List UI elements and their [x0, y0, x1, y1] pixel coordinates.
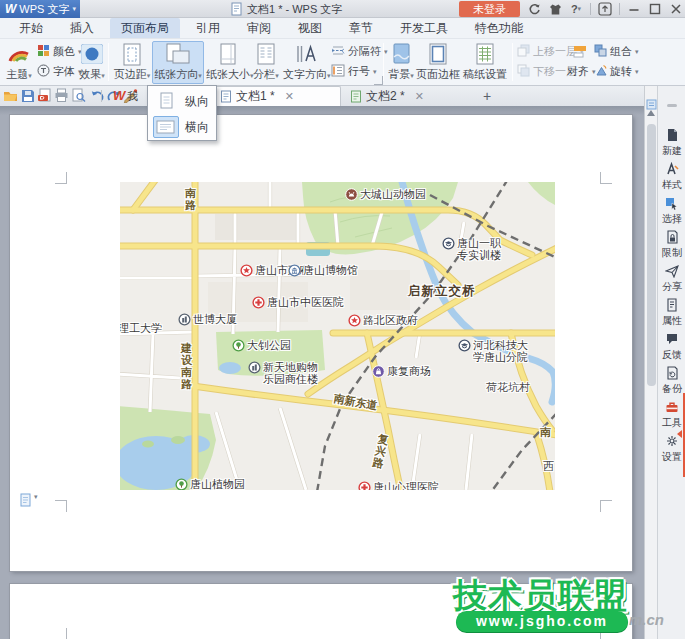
sidebar-item-select[interactable]: 选择	[658, 196, 685, 226]
paper-orientation-button[interactable]: 纸张方向▾	[152, 41, 204, 84]
doc-tab-1[interactable]: 文档1 * ✕	[213, 86, 341, 106]
manuscript-grid-button[interactable]: 稿纸设置	[462, 41, 508, 84]
tab-references[interactable]: 引用	[185, 18, 231, 38]
export-pdf-icon[interactable]	[37, 88, 53, 104]
map-label: 唐山市中医医院	[252, 296, 344, 309]
tab-home[interactable]: 开始	[8, 18, 54, 38]
page-border-icon	[416, 42, 460, 66]
titlebar: W WPS 文字 ▾ 文档1 * - WPS 文字 未登录 ?▾	[0, 0, 685, 18]
page-setup-dialog-launcher[interactable]	[374, 76, 383, 85]
margins-button[interactable]: 页边距▾	[112, 41, 152, 84]
text-direction-button[interactable]: 文字方向▾	[283, 41, 329, 84]
page-settings-floater[interactable]: ▾	[20, 493, 38, 507]
tab-insert[interactable]: 插入	[59, 18, 105, 38]
map-label: 复兴路	[371, 432, 391, 470]
task-pane-expand-arrow[interactable]	[677, 430, 682, 438]
paper-size-button[interactable]: 纸张大小▾	[206, 41, 250, 84]
save-icon[interactable]	[20, 88, 36, 104]
send-backward-button[interactable]: 下移一层▾	[517, 62, 567, 81]
map-label: 路北区政府	[348, 314, 418, 327]
close-tab-icon[interactable]: ✕	[285, 90, 294, 103]
star-map-marker-icon	[240, 264, 253, 277]
breaks-button[interactable]: 分隔符▾	[331, 42, 383, 61]
paper-orientation-menu: 纵向 横向	[147, 85, 217, 141]
sidebar-handle[interactable]	[667, 104, 677, 107]
window-title: 文档1 * - WPS 文字	[230, 0, 342, 18]
help-icon[interactable]: ?▾	[569, 2, 583, 16]
sidebar-item-feedback[interactable]: 反馈	[658, 332, 685, 362]
school-map-marker-icon	[442, 237, 455, 250]
tab-section[interactable]: 章节	[338, 18, 384, 38]
map-label: 理工大学	[120, 322, 162, 334]
doc-tab-2[interactable]: 文档2 * ✕	[344, 86, 474, 106]
scroll-up-arrow[interactable]	[647, 110, 655, 116]
ruler-toggle-icon[interactable]	[646, 96, 657, 107]
sidebar-item-properties[interactable]: 属性	[658, 298, 685, 328]
map-label: 新天地购物乐园商住楼	[248, 361, 318, 385]
theme-button[interactable]: 主题▾	[2, 41, 36, 84]
map-label: 河北科技大学唐山分院	[458, 339, 528, 363]
styles-icon	[658, 162, 685, 177]
rotate-button[interactable]: 旋转▾	[594, 62, 638, 81]
sidebar-item-new[interactable]: 新建	[658, 128, 685, 158]
tab-developer[interactable]: 开发工具	[389, 18, 459, 38]
hide-ribbon-icon[interactable]	[598, 2, 612, 16]
sidebar-item-tools[interactable]: 工具	[658, 400, 685, 430]
task-sidebar: 新建 样式 选择 限制 分享 属性 反馈 备份	[657, 86, 685, 639]
tab-view[interactable]: 视图	[287, 18, 333, 38]
watermark-suffix: m.cn	[629, 611, 664, 628]
tab-special-features[interactable]: 特色功能	[464, 18, 534, 38]
open-icon[interactable]	[3, 88, 19, 104]
sidebar-item-settings[interactable]: 设置	[658, 434, 685, 464]
sidebar-item-share[interactable]: 分享	[658, 264, 685, 294]
print-icon[interactable]	[54, 88, 70, 104]
align-button[interactable]: 对齐▾	[567, 62, 593, 81]
tab-review[interactable]: 审阅	[236, 18, 282, 38]
chevron-down-icon: ▾	[578, 5, 582, 13]
fonts-button[interactable]: 字体▾	[37, 62, 81, 81]
margin-mark	[55, 500, 67, 512]
sidebar-item-backup[interactable]: 备份	[658, 366, 685, 396]
print-preview-icon[interactable]	[71, 88, 87, 104]
wps-home-tab-label[interactable]: 我	[127, 89, 138, 104]
font-icon	[37, 64, 50, 79]
colors-button[interactable]: 颜色▾	[37, 42, 81, 61]
new-tab-button[interactable]: +	[478, 86, 496, 106]
manuscript-grid-icon	[462, 42, 508, 66]
text-direction-icon	[283, 42, 329, 66]
skin-icon[interactable]	[548, 2, 562, 16]
bring-forward-button[interactable]: 上移一层▾	[517, 42, 567, 61]
map-image[interactable]: 南路大城山动物园唐山一职专实训楼唐山市政府唐山博物馆启新立交桥唐山市中医医院世博…	[120, 182, 555, 490]
sync-icon[interactable]	[527, 2, 541, 16]
sidebar-item-restrict[interactable]: 限制	[658, 230, 685, 260]
wps-menu-button[interactable]: W WPS 文字 ▾	[0, 0, 80, 18]
columns-button[interactable]: 分栏▾	[250, 41, 282, 84]
group-button[interactable]: 组合▾	[594, 42, 638, 61]
map-label: 唐山植物园	[175, 478, 245, 490]
effects-button[interactable]: 效果▾	[78, 41, 106, 84]
portrait-page-icon	[153, 90, 179, 112]
close-button[interactable]	[669, 2, 683, 16]
restrict-icon	[658, 230, 685, 245]
building-map-marker-icon	[178, 313, 191, 326]
maximize-button[interactable]	[648, 2, 662, 16]
document-icon	[230, 2, 243, 16]
send-backward-icon	[517, 64, 530, 79]
close-tab-icon[interactable]: ✕	[415, 90, 424, 103]
login-button[interactable]: 未登录	[459, 1, 520, 17]
map-label: 唐山心理医院	[358, 481, 439, 490]
undo-icon[interactable]	[90, 88, 106, 104]
new-doc-icon	[658, 128, 685, 143]
page-1[interactable]: 南路大城山动物园唐山一职专实训楼唐山市政府唐山博物馆启新立交桥唐山市中医医院世博…	[10, 115, 632, 571]
sidebar-item-styles[interactable]: 样式	[658, 162, 685, 192]
minimize-button[interactable]	[627, 2, 641, 16]
menu-item-landscape[interactable]: 横向	[148, 114, 216, 140]
tab-page-layout[interactable]: 页面布局	[110, 18, 180, 38]
menu-item-portrait[interactable]: 纵向	[148, 88, 216, 114]
background-button[interactable]: 背景▾	[386, 41, 416, 84]
wps-home-tab-icon[interactable]: W	[113, 88, 125, 103]
scrollbar-thumb[interactable]	[647, 124, 656, 386]
backup-icon	[658, 366, 685, 381]
page-border-button[interactable]: 页面边框	[416, 41, 460, 84]
museum-map-marker-icon	[288, 264, 301, 277]
